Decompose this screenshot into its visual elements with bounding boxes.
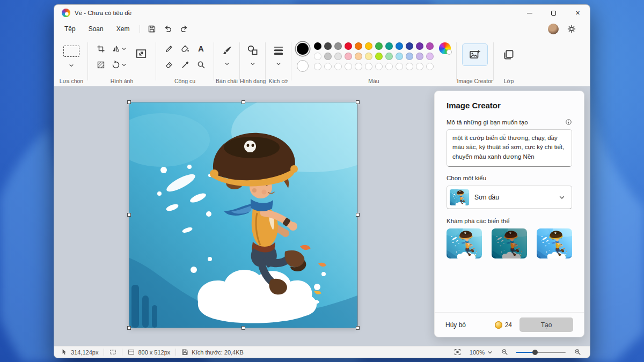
color-swatch[interactable] <box>324 42 332 50</box>
shapes-button[interactable] <box>245 43 260 57</box>
zoom-level-select[interactable]: 100% <box>470 349 493 356</box>
magnifier-tool-button[interactable] <box>194 57 208 72</box>
minimize-button[interactable] <box>517 5 541 21</box>
info-icon[interactable] <box>565 119 572 125</box>
undo-button[interactable] <box>160 22 175 36</box>
menu-file[interactable]: Tệp <box>58 23 82 35</box>
color-swatch[interactable] <box>406 53 413 60</box>
zoom-out-button[interactable] <box>499 348 510 357</box>
account-avatar[interactable] <box>548 24 559 34</box>
selection-handle[interactable] <box>241 326 245 330</box>
color-swatch[interactable] <box>416 42 423 50</box>
color-swatch[interactable] <box>345 42 352 50</box>
color-swatch[interactable] <box>416 53 423 60</box>
canvas-size-icon <box>128 349 135 356</box>
menu-edit[interactable]: Soạn <box>83 23 109 35</box>
eraser-tool-button[interactable] <box>162 57 176 72</box>
variant-thumbnail-3[interactable] <box>537 228 572 258</box>
brushes-button[interactable] <box>219 43 234 57</box>
custom-color-slot[interactable] <box>314 63 321 70</box>
selection-handle[interactable] <box>241 100 245 104</box>
fit-to-screen-button[interactable] <box>452 348 464 357</box>
color-swatch[interactable] <box>355 53 362 60</box>
color-swatch[interactable] <box>406 42 413 50</box>
zoom-in-button[interactable] <box>572 348 583 357</box>
custom-color-slot[interactable] <box>334 63 342 70</box>
color-swatch[interactable] <box>426 42 434 50</box>
custom-color-slot[interactable] <box>385 63 393 70</box>
selection-handle[interactable] <box>356 100 360 104</box>
prompt-input[interactable]: một ít cướp biển dễ thương, chạy, đầy mà… <box>447 129 572 167</box>
chevron-down-icon[interactable] <box>276 61 281 67</box>
color-swatch[interactable] <box>396 42 403 50</box>
pencil-tool-button[interactable] <box>162 41 176 56</box>
selection-handle[interactable] <box>356 213 360 217</box>
cursor-position: 314,124px <box>71 349 98 356</box>
custom-color-slot[interactable] <box>406 63 413 70</box>
close-button[interactable]: × <box>566 5 590 21</box>
save-button[interactable] <box>144 22 159 36</box>
fill-tool-button[interactable] <box>178 41 192 56</box>
cancel-button[interactable]: Hủy bỏ <box>445 321 466 329</box>
color-picker-tool-button[interactable] <box>178 57 192 72</box>
custom-color-slot[interactable] <box>426 63 434 70</box>
image-creator-button[interactable] <box>462 43 488 66</box>
color-swatch[interactable] <box>314 42 321 50</box>
custom-color-slot[interactable] <box>324 63 332 70</box>
style-select[interactable]: Sơn dầu <box>447 186 572 209</box>
redo-button[interactable] <box>177 22 192 36</box>
color-swatch[interactable] <box>365 42 372 50</box>
rotate-button[interactable] <box>109 57 129 72</box>
crop-button[interactable] <box>93 41 108 56</box>
custom-color-slot[interactable] <box>416 63 423 70</box>
selection-handle[interactable] <box>127 213 131 217</box>
edit-colors-button[interactable] <box>439 42 451 54</box>
drawing-canvas[interactable] <box>129 102 357 328</box>
chevron-down-icon[interactable] <box>224 61 230 67</box>
selection-handle[interactable] <box>127 100 131 104</box>
color-swatch[interactable] <box>385 53 393 60</box>
color-swatch[interactable] <box>365 53 372 60</box>
color-swatch[interactable] <box>375 53 383 60</box>
create-button[interactable]: Tạo <box>519 317 573 332</box>
selection-tool-button[interactable] <box>61 43 82 59</box>
pencil-icon <box>165 45 173 53</box>
color-swatch[interactable] <box>355 42 362 50</box>
selection-handle[interactable] <box>127 326 131 330</box>
settings-button[interactable] <box>564 22 579 36</box>
selection-handle[interactable] <box>356 326 360 330</box>
zoom-slider[interactable] <box>516 349 566 356</box>
color-swatch[interactable] <box>396 53 403 60</box>
color-swatch[interactable] <box>334 42 342 50</box>
image-creator-icon <box>469 49 481 61</box>
chevron-down-icon <box>121 62 127 68</box>
custom-color-slot[interactable] <box>345 63 352 70</box>
layers-button[interactable] <box>499 45 518 64</box>
color-swatch[interactable] <box>334 53 342 60</box>
maximize-button[interactable] <box>541 5 566 21</box>
background-color-swatch[interactable] <box>297 60 309 72</box>
color-swatch[interactable] <box>385 42 393 50</box>
color-swatch[interactable] <box>426 53 434 60</box>
foreground-color-swatch[interactable] <box>297 43 309 55</box>
canvas-options-button[interactable] <box>132 45 150 63</box>
color-swatch[interactable] <box>375 42 383 50</box>
custom-color-slot[interactable] <box>396 63 403 70</box>
resize-button[interactable] <box>93 57 108 72</box>
custom-color-slot[interactable] <box>365 63 372 70</box>
titlebar[interactable]: Vẽ - Chưa có tiêu đề × <box>54 5 590 21</box>
variant-thumbnail-2[interactable] <box>492 228 527 258</box>
color-swatch[interactable] <box>345 53 352 60</box>
custom-color-slot[interactable] <box>355 63 362 70</box>
color-swatch[interactable] <box>324 53 332 60</box>
chevron-down-icon[interactable] <box>69 63 74 68</box>
variant-thumbnail-1[interactable] <box>447 228 482 258</box>
menu-view[interactable]: Xem <box>111 23 136 35</box>
flip-button[interactable] <box>109 41 129 56</box>
slider-thumb[interactable] <box>532 350 538 355</box>
chevron-down-icon[interactable] <box>250 61 255 67</box>
custom-color-slot[interactable] <box>375 63 383 70</box>
text-tool-button[interactable]: A <box>194 41 208 56</box>
color-swatch[interactable] <box>314 53 321 60</box>
stroke-size-button[interactable] <box>271 43 286 57</box>
